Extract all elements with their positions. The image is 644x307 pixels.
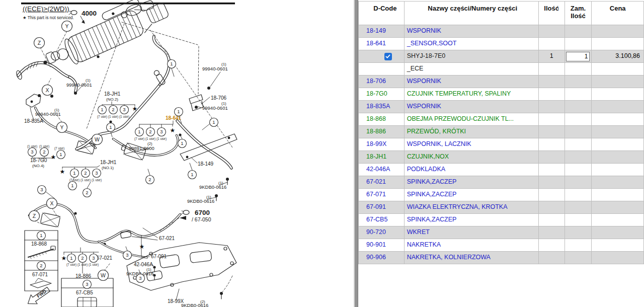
part-checkbox[interactable] <box>384 53 392 60</box>
qty-value: 1 <box>550 52 553 59</box>
table-row: 42-046APODKLADKA <box>359 164 644 176</box>
diagram-part-label[interactable]: 9KDB0-0616 <box>199 184 226 190</box>
part-name[interactable]: WIAZKA ELEKTRYCZNA, KROTKA <box>407 203 508 210</box>
diagram-part-label[interactable]: 67-021 <box>159 236 175 241</box>
dcode-link[interactable]: 18-99X <box>366 140 386 147</box>
dcode-link[interactable]: 18-835A <box>366 103 390 110</box>
part-name[interactable]: OBEJMA PRZEWODU-CZUJNIK TL... <box>407 115 514 122</box>
number-callout: 1 <box>212 119 215 125</box>
diagram-part-label[interactable]: 18-868 <box>31 241 47 247</box>
price-cell <box>592 164 644 176</box>
order-qty-cell <box>565 201 592 214</box>
diagram-part-label[interactable]: 99940-0601 <box>66 82 92 88</box>
use-count-label: (7 use) <box>97 115 107 119</box>
part-name-cell[interactable]: CZUJNIK,NOX <box>405 151 539 164</box>
dcode-link[interactable]: 18-706 <box>366 78 386 85</box>
diagram-part-label[interactable]: 18-JH1 <box>104 91 121 97</box>
dcode-cell: 90-720 <box>359 226 405 239</box>
dcode-link[interactable]: 67-CB5 <box>366 216 387 223</box>
part-name[interactable]: CZUJNIK,NOX <box>407 153 449 160</box>
dcode-link[interactable]: 18-868 <box>366 115 386 122</box>
diagram-part-label[interactable]: 18-886 <box>75 273 92 279</box>
diagram-artwork <box>16 0 237 307</box>
part-name[interactable]: WSPORNIK <box>407 27 441 34</box>
diagram-part-label[interactable]: 99940-0601 <box>202 66 228 71</box>
table-row: 18-886PRZEWÓD, KRÓTKI <box>359 126 644 138</box>
part-name[interactable]: WKRET <box>407 228 430 236</box>
dcode-link[interactable]: 90-720 <box>366 228 386 236</box>
part-name[interactable]: SPINKA,ZACZEP <box>407 191 457 198</box>
diagram-part-label[interactable]: 18-JH1 <box>100 160 117 165</box>
diagram-part-label[interactable]: 67-091 <box>151 254 167 259</box>
use-count-label: (1 use) <box>80 178 91 182</box>
dcode-link[interactable]: 90-901 <box>366 241 386 248</box>
qty-cell <box>539 201 565 214</box>
part-name-cell[interactable]: NAKRETKA, KOLNIERZOWA <box>405 252 539 264</box>
number-callout: 2 <box>149 129 151 134</box>
diagram-part-label[interactable]: 99891-0600 <box>129 145 154 151</box>
part-name-cell[interactable]: NAKRETKA <box>405 239 539 252</box>
header-dcode: D-Code <box>359 2 405 25</box>
diagram-part-label[interactable]: 67-021 <box>97 255 113 261</box>
price-cell <box>592 239 644 252</box>
number-callout: 3 <box>123 107 125 112</box>
dcode-link[interactable]: 18-7G0 <box>366 90 387 97</box>
part-name[interactable]: WSPORNIK <box>407 78 441 85</box>
diagram-part-label[interactable]: 18-7G0 <box>30 158 47 163</box>
part-name-cell: SHYJ-18-7E0 <box>405 50 539 63</box>
diagram-part-label[interactable]: 67-071 <box>32 272 48 277</box>
part-name[interactable]: PRZEWÓD, KRÓTKI <box>407 128 466 135</box>
part-name-cell[interactable]: _SENSOR,SOOT <box>405 38 539 50</box>
part-name-cell[interactable]: OBEJMA PRZEWODU-CZUJNIK TL... <box>405 113 539 126</box>
part-name[interactable]: WSPORNIK, LACZNIK <box>407 140 471 147</box>
part-name-cell[interactable]: PRZEWÓD, KRÓTKI <box>405 126 539 138</box>
header-name: Nazwy części/Numery części <box>405 2 539 25</box>
part-name-cell[interactable]: PODKLADKA <box>405 164 539 176</box>
part-name-cell: _ECE <box>405 63 539 75</box>
part-name-cell[interactable]: WSPORNIK <box>405 75 539 88</box>
dcode-link[interactable]: 67-071 <box>366 191 386 198</box>
diagram-part-label[interactable]: 67-CB5 <box>76 290 93 295</box>
dcode-link[interactable]: 18-JH1 <box>366 153 386 160</box>
number-callout: 1 <box>59 151 62 157</box>
parts-table-body: 18-149WSPORNIK18-641_SENSOR,SOOTSHYJ-18-… <box>359 25 644 264</box>
part-name[interactable]: WSPORNIK <box>407 103 441 110</box>
diagram-part-label[interactable]: 9KDB0-0616 <box>187 198 214 204</box>
diagram-part-label[interactable]: 99940-0601 <box>35 111 61 117</box>
part-name-cell[interactable]: WKRET <box>405 226 539 239</box>
part-name[interactable]: SPINKA,ZACZEP <box>407 216 457 223</box>
part-name-cell[interactable]: SPINKA,ZACZEP <box>405 189 539 201</box>
part-name-cell[interactable]: WSPORNIK <box>405 101 539 113</box>
dcode-link[interactable]: 67-091 <box>366 203 386 210</box>
part-name[interactable]: NAKRETKA <box>407 241 441 248</box>
dcode-link[interactable]: 18-641 <box>366 40 386 47</box>
use-count-label: (7 use) <box>134 137 144 141</box>
diagram-part-label[interactable]: 9KDB0-0616 <box>181 302 208 307</box>
part-name[interactable]: _SENSOR,SOOT <box>407 40 457 47</box>
part-name[interactable]: SPINKA,ZACZEP <box>407 178 457 185</box>
price-cell <box>592 138 644 151</box>
diagram-part-label[interactable]: 42-046A <box>134 262 153 267</box>
dcode-link[interactable]: 67-021 <box>366 178 386 185</box>
part-name-cell[interactable]: WSPORNIK <box>405 25 539 38</box>
dcode-link[interactable]: 90-906 <box>366 254 386 261</box>
part-name-cell[interactable]: SPINKA,ZACZEP <box>405 176 539 189</box>
part-name[interactable]: CZUJNIK TEMPERATURY, SPALINY <box>407 90 511 97</box>
diagram-part-label[interactable]: 18-706 <box>211 95 227 101</box>
dcode-link[interactable]: 18-149 <box>366 27 386 34</box>
part-name-cell[interactable]: WSPORNIK, LACZNIK <box>405 138 539 151</box>
panel-divider[interactable] <box>354 0 358 307</box>
dcode-link[interactable]: 18-886 <box>366 128 386 135</box>
dcode-link[interactable]: 42-046A <box>366 166 390 173</box>
part-name-cell[interactable]: WIAZKA ELEKTRYCZNA, KROTKA <box>405 201 539 214</box>
diagram-part-label[interactable]: 18-835A <box>24 118 43 124</box>
qty-cell <box>539 252 565 264</box>
diagram-part-label[interactable]: 99940-0601 <box>202 105 228 111</box>
diagram-part-label[interactable]: 18-149 <box>198 161 214 167</box>
dcode-cell: 18-868 <box>359 113 405 126</box>
part-name-cell[interactable]: SPINKA,ZACZEP <box>405 214 539 226</box>
part-name[interactable]: PODKLADKA <box>407 166 445 173</box>
part-name[interactable]: NAKRETKA, KOLNIERZOWA <box>407 254 491 261</box>
part-name-cell[interactable]: CZUJNIK TEMPERATURY, SPALINY <box>405 88 539 101</box>
order-qty-input[interactable] <box>566 52 590 61</box>
